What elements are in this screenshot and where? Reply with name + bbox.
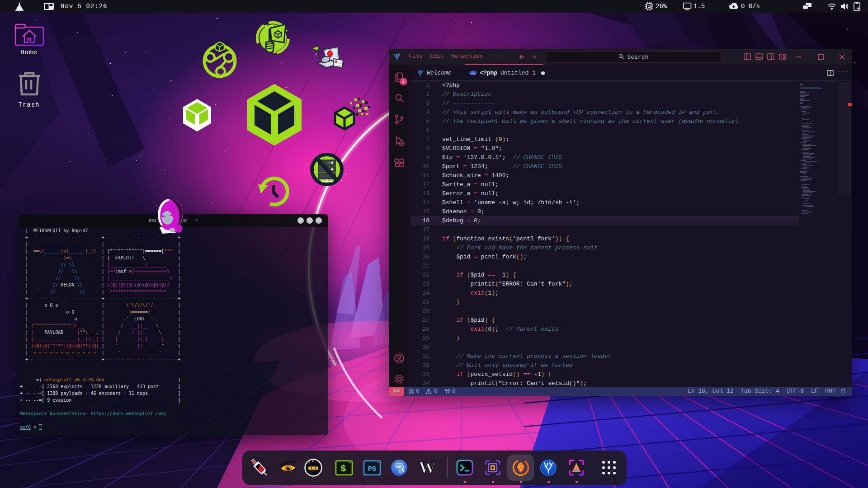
svg-text:PS: PS [368, 465, 376, 473]
svg-text:$: $ [340, 464, 346, 474]
svg-text:W: W [419, 458, 436, 477]
